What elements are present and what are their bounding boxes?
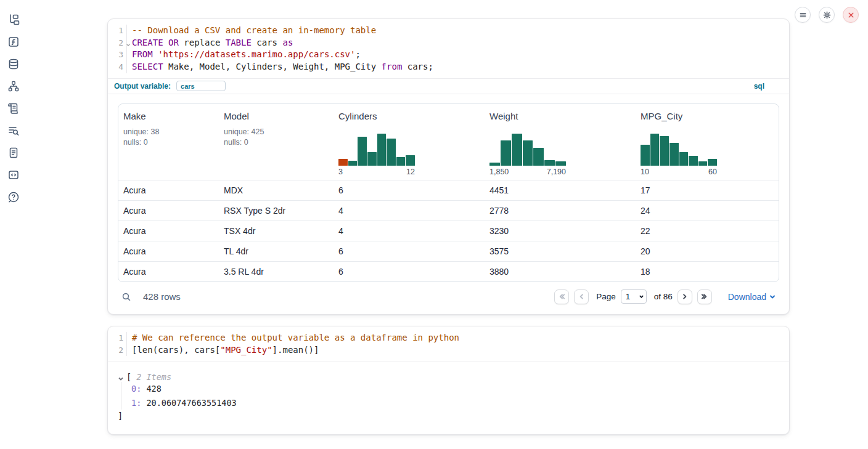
table-cell: 4451: [485, 185, 636, 195]
file-tree-icon[interactable]: [7, 14, 20, 26]
histogram-bar[interactable]: [512, 134, 522, 166]
tree-close-bracket: ]: [118, 410, 779, 422]
prev-page-button[interactable]: [574, 289, 589, 304]
code-line: 2[len(cars), cars["MPG_City"].mean()]: [108, 344, 789, 357]
line-number: 1: [108, 332, 126, 344]
chevron-right-icon: [681, 293, 688, 300]
code-text: FROM 'https://datasets.marimo.app/cars.c…: [126, 49, 361, 61]
tree-open-bracket: [: [126, 372, 131, 382]
column-histogram[interactable]: 312: [338, 134, 415, 176]
database-icon[interactable]: [7, 58, 20, 70]
histogram-bar[interactable]: [489, 163, 500, 166]
tree-root[interactable]: [ 2 Items: [118, 372, 779, 382]
histogram-bar[interactable]: [660, 136, 669, 166]
sidebar: [0, 0, 27, 449]
table-row: AcuraMDX6445117: [118, 180, 779, 200]
table-cell: MDX: [219, 185, 334, 195]
column-header: MPG_City1060: [636, 111, 779, 176]
table-body: AcuraMDX6445117AcuraRSX Type S 2dr427782…: [118, 180, 779, 281]
snippets-icon[interactable]: [7, 169, 20, 181]
code-line: 1-- Download a CSV and create an in-memo…: [108, 25, 789, 37]
tree-entry-value: 20.060747663551403: [141, 398, 236, 408]
first-page-button[interactable]: [554, 289, 569, 304]
code-text: -- Download a CSV and create an in-memor…: [126, 25, 376, 37]
column-name[interactable]: Cylinders: [338, 111, 485, 121]
histogram-bar[interactable]: [396, 157, 406, 166]
histogram-bar[interactable]: [679, 152, 689, 166]
axis-label: 60: [708, 168, 717, 176]
histogram-bar[interactable]: [641, 145, 650, 166]
fold-chevron-icon[interactable]: [126, 39, 131, 44]
chevrons-left-icon: [559, 293, 565, 300]
histogram-bar[interactable]: [523, 140, 533, 166]
table-row: Acura3.5 RL 4dr6388018: [118, 261, 779, 281]
help-icon[interactable]: [7, 191, 20, 203]
histogram-bar[interactable]: [544, 160, 555, 166]
histogram-bar[interactable]: [501, 140, 511, 166]
histogram-bar[interactable]: [555, 161, 566, 166]
histogram-bar[interactable]: [650, 134, 660, 166]
column-name[interactable]: Weight: [489, 111, 636, 121]
histogram-bar[interactable]: [387, 139, 396, 166]
table-cell: 20: [636, 246, 779, 256]
sql-output-area: Makeunique: 38nulls: 0Modelunique: 425nu…: [108, 94, 789, 314]
axis-label: 12: [406, 168, 415, 176]
dependency-graph-icon[interactable]: [7, 80, 20, 92]
table-cell: 24: [636, 206, 779, 216]
table-cell: 2778: [485, 206, 636, 216]
code-line: 4SELECT Make, Model, Cylinders, Weight, …: [108, 61, 789, 73]
document-icon[interactable]: [7, 147, 20, 159]
scroll-icon[interactable]: [7, 102, 20, 115]
code-text: [len(cars), cars["MPG_City"].mean()]: [126, 344, 319, 357]
python-code-editor[interactable]: 1# We can reference the output variable …: [108, 326, 789, 362]
histogram-bar[interactable]: [348, 161, 358, 166]
table-footer: 428 rows Page 1 of 86: [118, 282, 779, 307]
table-cell: Acura: [118, 226, 219, 236]
table-row: AcuraTSX 4dr4323022: [118, 220, 779, 241]
histogram-bar[interactable]: [689, 156, 698, 166]
line-number: 1: [108, 25, 126, 37]
histogram-bar[interactable]: [533, 148, 544, 166]
table-row: AcuraRSX Type S 2dr4277824: [118, 200, 779, 220]
menu-button[interactable]: [795, 7, 811, 23]
language-badge: sql: [754, 82, 783, 91]
sql-cell: 1-- Download a CSV and create an in-memo…: [107, 18, 790, 315]
page-select[interactable]: 1: [621, 289, 647, 304]
histogram-bar[interactable]: [708, 159, 717, 166]
column-name[interactable]: MPG_City: [641, 111, 779, 121]
axis-label: 1,850: [489, 168, 509, 176]
function-icon[interactable]: [7, 36, 20, 48]
table-cell: 6: [334, 185, 485, 195]
table-cell: 6: [334, 246, 485, 256]
last-page-button[interactable]: [697, 289, 712, 304]
tree-items-count: 2 Items: [136, 372, 171, 382]
histogram-bar[interactable]: [406, 155, 415, 166]
chevron-down-icon: [769, 294, 776, 300]
column-header: Modelunique: 425nulls: 0: [219, 111, 334, 176]
histogram-bar[interactable]: [367, 152, 377, 166]
output-variable-input[interactable]: [176, 81, 226, 91]
table-cell: 3.5 RL 4dr: [219, 267, 334, 277]
column-name[interactable]: Make: [123, 111, 219, 121]
histogram-bar[interactable]: [377, 134, 387, 166]
download-button[interactable]: Download: [728, 292, 776, 302]
histogram-bar[interactable]: [669, 143, 679, 166]
settings-button[interactable]: [819, 7, 835, 23]
column-name[interactable]: Model: [224, 111, 334, 121]
histogram-bar[interactable]: [698, 161, 708, 166]
line-number: 4: [108, 61, 126, 73]
close-button[interactable]: [843, 7, 859, 23]
column-stats: unique: 38nulls: 0: [123, 127, 219, 148]
table-cell: 3880: [485, 267, 636, 277]
row-count: 428 rows: [143, 291, 181, 302]
next-page-button[interactable]: [678, 289, 692, 304]
histogram-bar[interactable]: [358, 137, 367, 166]
code-text: # We can reference the output variable a…: [126, 332, 459, 344]
column-histogram[interactable]: 1060: [641, 134, 717, 176]
sql-code-editor[interactable]: 1-- Download a CSV and create an in-memo…: [108, 19, 789, 78]
column-stats: unique: 425nulls: 0: [224, 127, 334, 148]
column-histogram[interactable]: 1,8507,190: [489, 134, 566, 176]
search-icon[interactable]: [121, 292, 131, 302]
histogram-bar[interactable]: [338, 159, 348, 166]
search-list-icon[interactable]: [7, 124, 20, 137]
